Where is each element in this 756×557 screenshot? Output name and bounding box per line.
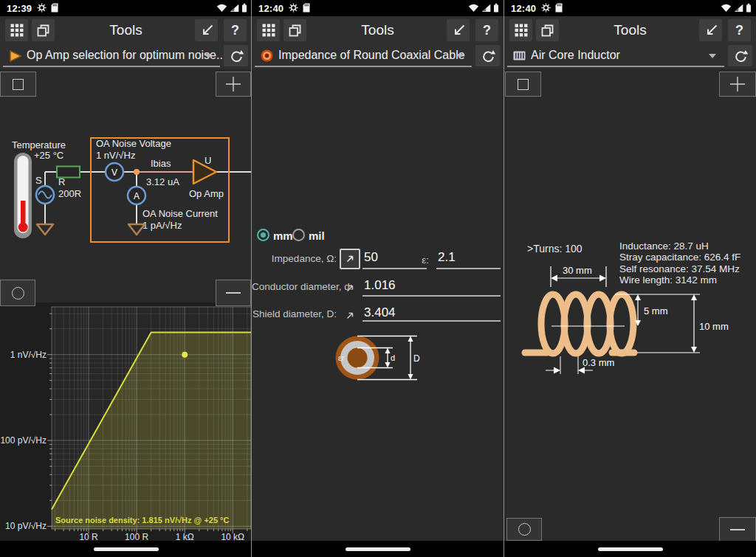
toolbar: Tools ? [504,16,756,44]
coil-winding [525,294,634,353]
help-icon: ? [231,23,239,38]
signal-source-symbol [36,186,54,204]
circle-icon [12,287,24,300]
temperature-value: +25 °C [34,150,63,161]
reset-button[interactable] [475,45,500,66]
unit-mm-label[interactable]: mm [273,229,293,242]
signal-icon [230,4,239,13]
tool-selector-row: Impedance of Round Coaxial Cable [252,44,504,69]
svg-text:100 pV/√Hz: 100 pV/√Hz [0,435,47,446]
status-bar: 12:40 [252,0,504,16]
zoom-out-button[interactable] [216,280,251,306]
tool-selector-row: Air Core Inductor [504,44,756,69]
reset-button[interactable] [224,45,248,66]
navigation-bar [0,541,252,557]
share-button[interactable] [195,19,218,41]
help-button[interactable]: ? [224,19,247,41]
d-dim-label: d [391,353,395,362]
coil-diameter-dim: 10 mm [699,321,729,332]
epsilon-input[interactable]: 2.1 [438,250,456,265]
opamp-noise-schematic: Temperature +25 °C S R 200R OA Noise Vol… [0,133,252,251]
unit-mil-radio[interactable] [292,229,305,241]
minus-icon [226,292,241,294]
pan-mode-button[interactable] [506,518,542,541]
tool-selector[interactable]: Air Core Inductor [504,44,724,67]
navigation-bar [504,541,756,557]
ground-symbol [37,224,53,235]
share-button[interactable] [447,19,470,41]
gear-icon [289,3,298,13]
svg-text:1 nV/√Hz: 1 nV/√Hz [10,350,47,360]
calc-toggle-icon[interactable] [346,311,354,320]
impedance-input[interactable]: 50 [364,250,378,265]
status-time: 12:40 [511,3,536,14]
pan-mode-button[interactable] [0,280,35,306]
conductor-diameter-label: Conductor diameter, d: [252,281,337,292]
toolbar: Tools ? [252,16,504,44]
noise-voltage-value: 1 nV/√Hz [96,150,135,161]
help-button[interactable]: ? [475,19,498,41]
tool-selector[interactable]: Impedance of Round Coaxial Cable [252,44,472,67]
zoom-in-button[interactable] [719,72,756,97]
sd-card-icon [303,3,310,13]
source-label: S [35,175,42,186]
dropdown-underline [3,66,220,67]
gesture-handle[interactable] [598,547,663,551]
navigation-bar [252,541,504,557]
panel-divider [251,0,252,557]
unit-mm-radio[interactable] [257,229,269,241]
panel-divider [504,0,504,557]
calc-toggle-icon[interactable] [346,284,354,293]
conductor-diameter-input[interactable]: 1.016 [364,278,396,293]
reset-button[interactable] [728,45,752,66]
turns-value[interactable]: >Turns: 100 [527,243,583,255]
opamp-label: Op Amp [189,188,224,199]
signal-icon [734,4,743,13]
chevron-down-icon [456,54,464,58]
calc-target-button[interactable] [340,249,360,269]
panel-coax-impedance: 12:40 Tools ? Impedance of [252,0,504,557]
select-mode-button[interactable] [0,72,36,97]
noise-chart: 10 R100 R1 kΩ10 kΩ1 nV/√Hz100 pV/√Hz10 p… [0,302,252,542]
coil-length-dim: 30 mm [563,265,592,276]
panel-opamp-noise: 12:39 Tools ? Op Amp selec [0,0,252,557]
gesture-handle[interactable] [94,547,159,551]
input-underline [362,295,501,297]
input-underline [436,268,501,269]
status-time: 12:40 [258,3,284,14]
zoom-out-button[interactable] [719,517,756,542]
output-label: U [205,155,211,166]
chevron-down-icon [709,54,716,58]
arrow-up-right-icon [346,255,354,263]
voltmeter-label: V [111,167,117,178]
unit-mil-label[interactable]: mil [309,229,325,242]
refresh-icon [481,49,495,63]
inductance-result: Inductance: 28.7 uH [619,241,740,252]
ibias-label: Ibias [151,158,171,169]
shield-diameter-input[interactable]: 3.404 [364,305,396,320]
tool-selector[interactable]: Op Amp selection for optimum noise.. [0,44,220,67]
noise-voltage-title: OA Noise Voltage [96,138,171,149]
signal-icon [481,4,491,13]
refresh-icon [733,49,748,63]
zoom-in-button[interactable] [216,72,251,97]
share-icon [703,22,719,38]
coil-radius-dim: 5 mm [644,305,668,316]
battery-icon [493,3,499,13]
chart-canvas[interactable]: 10 R100 R1 kΩ10 kΩ1 nV/√Hz100 pV/√Hz10 p… [0,302,252,542]
coax-tool-icon [261,49,274,63]
share-button[interactable] [699,19,722,41]
chevron-down-icon [205,54,212,58]
select-mode-button[interactable] [505,72,541,97]
help-button[interactable]: ? [728,19,751,41]
battery-icon [241,3,247,13]
gesture-handle[interactable] [346,547,410,551]
inductor-canvas[interactable]: 30 mm 5 mm 10 mm 0.3 mm [504,262,756,384]
ibias-value: 3.12 uA [146,176,179,187]
junction-dot [134,169,140,175]
sd-card-icon [555,3,563,13]
ammeter-label: A [134,191,140,201]
wifi-icon [216,4,227,13]
gear-icon [37,3,47,13]
schematic-canvas[interactable]: Temperature +25 °C S R 200R OA Noise Vol… [0,133,252,251]
